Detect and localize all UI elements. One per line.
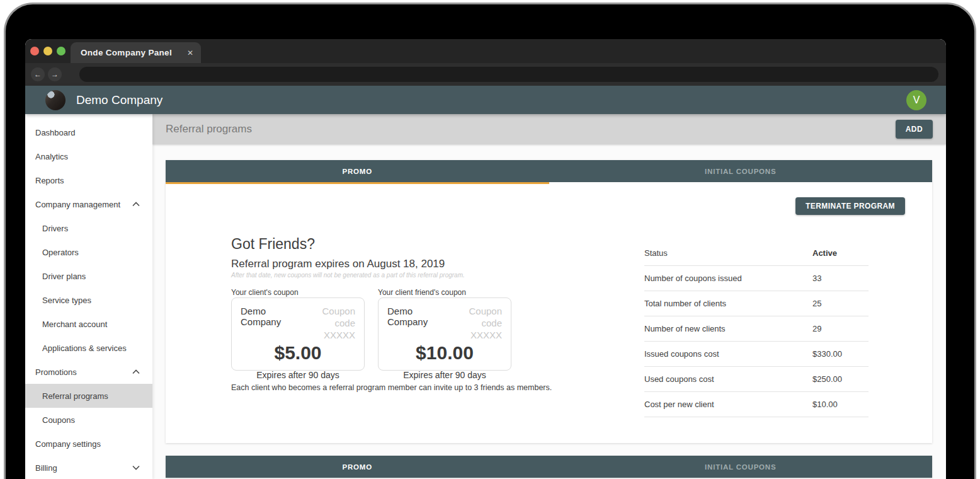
client-coupon-label: Your client's coupon bbox=[231, 288, 299, 297]
second-program-card: PROMO INITIAL COUPONS bbox=[166, 456, 932, 478]
program-card-body: TERMINATE PROGRAM Got Friends? Referral … bbox=[166, 184, 932, 443]
arrow-right-icon: → bbox=[51, 70, 59, 79]
browser-tab-bar: Onde Company Panel ✕ bbox=[25, 39, 946, 63]
coupon-code: Coupon codeXXXXX bbox=[450, 306, 502, 341]
coupon-amount: $10.00 bbox=[387, 342, 502, 364]
coupon-code: Coupon codeXXXXX bbox=[304, 306, 355, 341]
browser-toolbar: ← → bbox=[25, 63, 946, 86]
program-expiry-note: After that date, new coupons will not be… bbox=[231, 272, 465, 279]
forward-button[interactable]: → bbox=[48, 67, 62, 81]
tab-initial-coupons[interactable]: INITIAL COUPONS bbox=[549, 160, 933, 182]
traffic-light-close-icon[interactable] bbox=[30, 47, 39, 55]
friend-coupon-card: Demo Company Coupon codeXXXXX $10.00 Exp… bbox=[378, 297, 511, 371]
friend-coupon-label: Your client friend's coupon bbox=[378, 288, 466, 297]
program-tabs: PROMO INITIAL COUPONS bbox=[166, 456, 932, 478]
sidebar-item-analytics[interactable]: Analytics bbox=[25, 144, 152, 168]
company-logo-avatar[interactable] bbox=[45, 90, 66, 110]
table-row: Total number of clients 25 bbox=[644, 291, 869, 316]
table-row: Issued coupons cost $330.00 bbox=[644, 342, 869, 367]
coupon-expiry: Expires after 90 days bbox=[387, 370, 502, 380]
sidebar-item-billing[interactable]: Billing bbox=[25, 456, 152, 479]
invite-note: Each client who becomes a referral progr… bbox=[231, 383, 552, 392]
traffic-light-maximize-icon[interactable] bbox=[57, 47, 66, 55]
browser-tab[interactable]: Onde Company Panel ✕ bbox=[71, 42, 201, 63]
sidebar-item-company-settings[interactable]: Company settings bbox=[25, 432, 152, 456]
sidebar-item-reports[interactable]: Reports bbox=[25, 168, 152, 192]
sidebar-item-applications-services[interactable]: Applications & services bbox=[25, 336, 152, 360]
sidebar-item-promotions[interactable]: Promotions bbox=[25, 360, 152, 384]
table-row: Number of new clients 29 bbox=[644, 316, 869, 342]
program-heading: Got Friends? bbox=[231, 236, 315, 253]
sidebar-item-drivers[interactable]: Drivers bbox=[25, 216, 152, 240]
table-row: Status Active bbox=[644, 241, 869, 266]
browser-window: Onde Company Panel ✕ ← → Demo Company V … bbox=[25, 39, 946, 479]
add-button[interactable]: ADD bbox=[896, 120, 933, 139]
company-name: Demo Company bbox=[76, 93, 906, 107]
traffic-light-minimize-icon[interactable] bbox=[43, 47, 52, 55]
browser-tab-title: Onde Company Panel bbox=[81, 48, 187, 57]
page-title: Referral programs bbox=[166, 123, 896, 136]
coupon-company: Demo Company bbox=[387, 306, 450, 341]
address-bar[interactable] bbox=[79, 67, 938, 82]
program-tabs: PROMO INITIAL COUPONS bbox=[166, 160, 932, 182]
table-row: Used coupons cost $250.00 bbox=[644, 367, 869, 392]
coupon-company: Demo Company bbox=[241, 306, 304, 341]
workspace: Dashboard Analytics Reports Company mana… bbox=[25, 114, 946, 479]
status-badge: Active bbox=[812, 248, 869, 258]
arrow-left-icon: ← bbox=[34, 70, 42, 79]
coupon-amount: $5.00 bbox=[241, 342, 355, 364]
terminate-program-button[interactable]: TERMINATE PROGRAM bbox=[795, 197, 905, 215]
chevron-up-icon bbox=[132, 369, 140, 374]
sidebar-item-service-types[interactable]: Service types bbox=[25, 288, 152, 312]
main-content: Referral programs ADD PROMO INITIAL COUP… bbox=[152, 114, 946, 479]
table-row: Cost per new client $10.00 bbox=[644, 392, 869, 417]
sidebar-item-dashboard[interactable]: Dashboard bbox=[25, 120, 152, 144]
window-controls bbox=[30, 47, 66, 55]
tab-close-icon[interactable]: ✕ bbox=[187, 49, 193, 57]
chevron-up-icon bbox=[132, 202, 140, 207]
back-button[interactable]: ← bbox=[31, 67, 45, 81]
table-row: Number of coupons issued 33 bbox=[644, 266, 869, 291]
chevron-down-icon bbox=[132, 465, 140, 470]
sidebar-item-referral-programs[interactable]: Referral programs bbox=[25, 384, 152, 408]
user-avatar[interactable]: V bbox=[906, 90, 926, 110]
sidebar-item-operators[interactable]: Operators bbox=[25, 240, 152, 264]
sidebar-item-company-management[interactable]: Company management bbox=[25, 192, 152, 216]
sidebar-item-coupons[interactable]: Coupons bbox=[25, 408, 152, 432]
program-expiry-line: Referral program expires on August 18, 2… bbox=[231, 258, 445, 270]
tab-promo[interactable]: PROMO bbox=[166, 456, 549, 478]
tab-promo[interactable]: PROMO bbox=[166, 160, 549, 182]
coupon-expiry: Expires after 90 days bbox=[241, 370, 355, 380]
client-coupon-card: Demo Company Coupon codeXXXXX $5.00 Expi… bbox=[231, 297, 365, 371]
tab-initial-coupons[interactable]: INITIAL COUPONS bbox=[549, 456, 933, 478]
program-stats-table: Status Active Number of coupons issued 3… bbox=[644, 241, 869, 417]
sidebar: Dashboard Analytics Reports Company mana… bbox=[25, 114, 152, 479]
sidebar-item-merchant-account[interactable]: Merchant account bbox=[25, 312, 152, 336]
page-title-bar: Referral programs ADD bbox=[152, 114, 946, 144]
app-header: Demo Company V bbox=[25, 86, 946, 114]
sidebar-item-driver-plans[interactable]: Driver plans bbox=[25, 264, 152, 288]
referral-program-card: PROMO INITIAL COUPONS TERMINATE PROGRAM … bbox=[166, 160, 932, 443]
